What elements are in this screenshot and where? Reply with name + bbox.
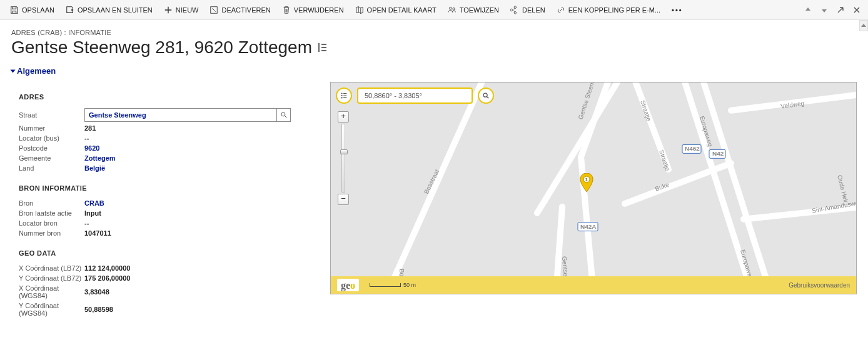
overflow-button[interactable]: •••: [667, 3, 688, 17]
cmd-label: DEACTIVEREN: [221, 6, 270, 14]
label-nummer-bron: Nummer bron: [19, 229, 84, 237]
value-locator-bron[interactable]: --: [84, 219, 89, 227]
map-coord-display: 50,8860° - 3,8305°: [357, 88, 473, 104]
form-column: ADRES Straat Nummer 281 Locator (bus) --: [11, 82, 311, 318]
label-bron: Bron: [19, 199, 84, 207]
section-algemeen[interactable]: Algemeen: [11, 66, 857, 76]
value-bron[interactable]: CRAB: [84, 199, 104, 207]
value-y-lb72[interactable]: 175 206,00000: [84, 274, 130, 282]
record-content: ADRES (CRAB) : INFORMATIE Gentse Steenwe…: [0, 20, 868, 337]
zoom-thumb[interactable]: [340, 149, 348, 154]
prev-record-button[interactable]: [802, 4, 814, 16]
zoom-in-button[interactable]: +: [338, 111, 349, 122]
svg-text:N42: N42: [712, 150, 724, 157]
ellipsis-icon: •••: [672, 6, 683, 14]
value-nummer[interactable]: 281: [84, 124, 96, 132]
open-detail-map-button[interactable]: OPEN DETAIL KAART: [350, 3, 442, 17]
cmd-label: VERWIJDEREN: [294, 6, 344, 14]
svg-text:N462: N462: [685, 145, 700, 152]
value-bron-last[interactable]: Input: [84, 209, 101, 217]
label-bron-last: Bron laatste actie: [19, 209, 84, 217]
label-land: Land: [19, 164, 84, 172]
label-x-lb72: X Coördinaat (LB72): [19, 264, 84, 272]
page-title-text: Gentse Steenweg 281, 9620 Zottegem: [11, 38, 312, 58]
label-gemeente: Gemeente: [19, 154, 84, 162]
scroll-up-hint[interactable]: [859, 20, 868, 31]
map-canvas: Europaweg Europaweg Veldweg Buke Straatj…: [331, 82, 856, 294]
svg-text:N42A: N42A: [580, 223, 597, 230]
deactivate-button[interactable]: DEACTIVEREN: [204, 3, 275, 17]
zoom-out-button[interactable]: −: [338, 194, 349, 205]
popout-button[interactable]: [834, 4, 847, 16]
share-icon: [510, 6, 519, 14]
svg-point-1: [449, 7, 452, 9]
email-link-button[interactable]: EEN KOPPELING PER E-M...: [552, 3, 665, 17]
svg-point-38: [341, 95, 342, 96]
delete-button[interactable]: VERWIJDEREN: [277, 3, 349, 17]
trash-icon: [282, 6, 291, 14]
save-button[interactable]: OPSLAAN: [5, 3, 59, 17]
map-terms-link[interactable]: Gebruiksvoorwaarden: [789, 282, 850, 289]
label-y-lb72: Y Coördinaat (LB72): [19, 274, 84, 282]
group-geo-title: GEO DATA: [19, 249, 311, 257]
map-frame[interactable]: Europaweg Europaweg Veldweg Buke Straatj…: [330, 82, 857, 294]
map-icon: [355, 6, 364, 14]
assign-button[interactable]: TOEWIJZEN: [443, 3, 504, 17]
save-close-button[interactable]: OPSLAAN EN SLUITEN: [61, 3, 158, 17]
plus-icon: [164, 6, 173, 14]
value-y-wgs84[interactable]: 50,88598: [84, 306, 113, 313]
value-nummer-bron[interactable]: 1047011: [84, 229, 111, 237]
scale-label: 50 m: [403, 282, 416, 288]
label-nummer: Nummer: [19, 124, 84, 132]
svg-point-40: [483, 93, 487, 97]
geo-logo: geo: [337, 279, 359, 291]
map-footer: geo 50 m Gebruiksvoorwaarden: [331, 276, 856, 294]
map-search-button[interactable]: [478, 88, 494, 104]
road-shield-n42a: N42A: [578, 222, 598, 231]
map-marker-icon: 1: [580, 173, 593, 192]
lookup-search-icon[interactable]: [276, 109, 290, 121]
save-icon: [10, 6, 19, 14]
road-shield-n42: N42: [709, 149, 725, 158]
breadcrumb: ADRES (CRAB) : INFORMATIE: [11, 29, 857, 36]
value-x-wgs84[interactable]: 3,83048: [84, 288, 109, 296]
page-title: Gentse Steenweg 281, 9620 Zottegem: [11, 38, 857, 58]
map-zoom-control: + −: [337, 111, 350, 205]
new-button[interactable]: NIEUW: [159, 3, 204, 17]
straat-lookup[interactable]: [84, 108, 291, 122]
value-land[interactable]: België: [84, 164, 105, 172]
deactivate-icon: [209, 6, 218, 14]
assign-icon: [448, 6, 457, 14]
label-locator-bus: Locator (bus): [19, 134, 84, 142]
value-postcode[interactable]: 9620: [84, 144, 99, 152]
command-bar: OPSLAAN OPSLAAN EN SLUITEN NIEUW DEACTIV…: [0, 0, 868, 20]
value-x-lb72[interactable]: 112 124,00000: [84, 264, 130, 272]
value-gemeente[interactable]: Zottegem: [84, 154, 116, 162]
cmd-label: EEN KOPPELING PER E-M...: [568, 6, 660, 14]
save-close-icon: [66, 6, 74, 14]
section-label: Algemeen: [17, 66, 56, 76]
share-button[interactable]: DELEN: [505, 3, 550, 17]
svg-point-2: [453, 8, 455, 10]
svg-text:1: 1: [585, 177, 588, 182]
cmd-label: OPSLAAN: [22, 6, 54, 14]
group-adres-title: ADRES: [19, 93, 311, 101]
zoom-slider[interactable]: [341, 124, 345, 192]
svg-point-37: [341, 92, 342, 94]
link-icon: [557, 6, 565, 14]
next-record-button[interactable]: [818, 4, 830, 16]
map-scale-bar: 50 m: [370, 281, 416, 289]
title-menu-icon[interactable]: [318, 43, 327, 52]
label-x-wgs84: X Coördinaat (WGS84): [19, 284, 84, 299]
map-column: Europaweg Europaweg Veldweg Buke Straatj…: [330, 82, 857, 294]
close-button[interactable]: [850, 4, 863, 16]
label-postcode: Postcode: [19, 144, 84, 152]
cmd-label: TOEWIJZEN: [460, 6, 499, 14]
value-locator-bus[interactable]: --: [84, 134, 89, 142]
label-locator-bron: Locator bron: [19, 219, 84, 227]
cmd-label: OPSLAAN EN SLUITEN: [78, 6, 153, 14]
straat-input[interactable]: [85, 111, 276, 119]
label-straat: Straat: [19, 111, 84, 119]
label-y-wgs84: Y Coördinaat (WGS84): [19, 302, 84, 317]
map-layers-button[interactable]: [336, 88, 352, 104]
